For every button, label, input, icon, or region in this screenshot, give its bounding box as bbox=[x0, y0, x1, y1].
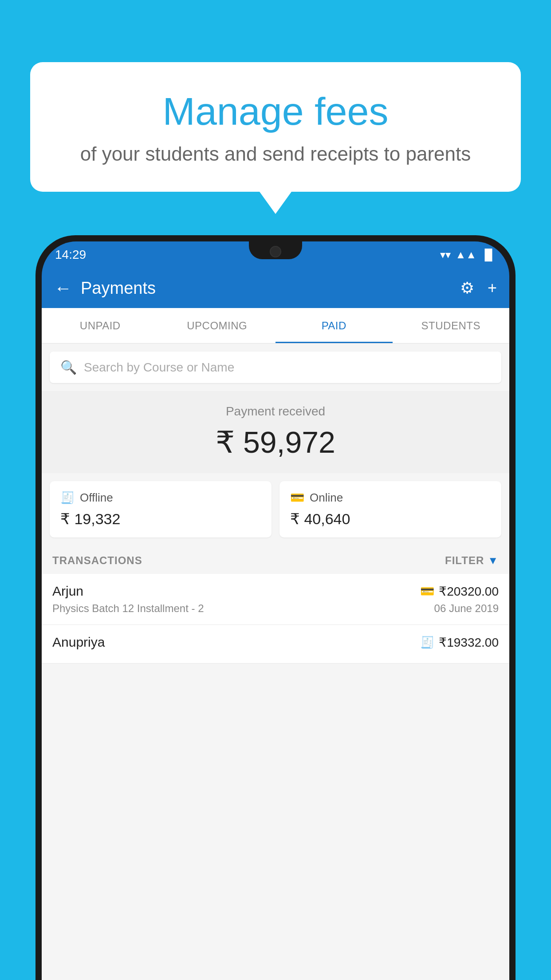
offline-card-header: 🧾 Offline bbox=[60, 491, 261, 505]
online-amount: ₹ 40,640 bbox=[290, 510, 491, 528]
wifi-icon: ▾▾ bbox=[440, 249, 451, 261]
tab-students[interactable]: STUDENTS bbox=[393, 308, 510, 343]
transaction-description: Physics Batch 12 Installment - 2 bbox=[52, 602, 204, 615]
payment-total-amount: ₹ 59,972 bbox=[42, 425, 509, 460]
transactions-header: TRANSACTIONS FILTER ▼ bbox=[42, 545, 509, 574]
offline-label: Offline bbox=[80, 491, 113, 505]
tab-unpaid[interactable]: UNPAID bbox=[42, 308, 159, 343]
payment-type-icon: 💳 bbox=[420, 585, 434, 598]
tab-paid[interactable]: PAID bbox=[276, 308, 393, 343]
battery-icon: ▐▌ bbox=[481, 249, 496, 261]
transaction-amount-wrap: 💳 ₹20320.00 bbox=[420, 584, 499, 599]
transaction-row-1: Anupriya 🧾 ₹19332.00 bbox=[52, 635, 499, 650]
speech-bubble-title: Manage fees bbox=[66, 89, 485, 134]
offline-icon: 🧾 bbox=[60, 491, 75, 505]
payment-type-icon: 🧾 bbox=[420, 636, 434, 649]
add-button[interactable]: + bbox=[488, 279, 497, 297]
filter-button[interactable]: FILTER ▼ bbox=[445, 554, 499, 567]
speech-bubble-container: Manage fees of your students and send re… bbox=[30, 62, 521, 214]
offline-payment-card: 🧾 Offline ₹ 19,332 bbox=[50, 481, 272, 537]
transaction-amount: ₹20320.00 bbox=[439, 584, 499, 599]
search-bar[interactable]: 🔍 Search by Course or Name bbox=[50, 352, 501, 383]
transaction-name: Arjun bbox=[52, 584, 83, 599]
payment-received-label: Payment received bbox=[42, 404, 509, 419]
notch bbox=[249, 241, 302, 259]
transaction-date: 06 June 2019 bbox=[434, 602, 499, 615]
camera bbox=[270, 246, 281, 257]
online-icon: 💳 bbox=[290, 491, 304, 505]
transaction-item[interactable]: Arjun 💳 ₹20320.00 Physics Batch 12 Insta… bbox=[42, 574, 509, 625]
phone-screen: UNPAID UPCOMING PAID STUDENTS 🔍 Search b… bbox=[42, 308, 509, 980]
signal-icon: ▲▲ bbox=[455, 249, 476, 261]
phone-frame: 14:29 ▾▾ ▲▲ ▐▌ ← Payments ⚙ + UNPAID bbox=[35, 235, 516, 980]
speech-bubble: Manage fees of your students and send re… bbox=[30, 62, 521, 192]
offline-amount: ₹ 19,332 bbox=[60, 510, 261, 528]
online-card-header: 💳 Online bbox=[290, 491, 491, 505]
transaction-row-2: Physics Batch 12 Installment - 2 06 June… bbox=[52, 602, 499, 615]
payment-cards: 🧾 Offline ₹ 19,332 💳 Online ₹ 40,640 bbox=[50, 481, 501, 537]
status-icons: ▾▾ ▲▲ ▐▌ bbox=[440, 249, 496, 261]
transaction-row-1: Arjun 💳 ₹20320.00 bbox=[52, 584, 499, 599]
filter-icon: ▼ bbox=[488, 554, 499, 567]
transaction-item[interactable]: Anupriya 🧾 ₹19332.00 bbox=[42, 625, 509, 664]
status-time: 14:29 bbox=[55, 248, 86, 262]
speech-bubble-tail bbox=[260, 192, 291, 214]
payment-summary: Payment received ₹ 59,972 bbox=[42, 391, 509, 473]
transactions-label: TRANSACTIONS bbox=[52, 554, 142, 567]
tab-bar: UNPAID UPCOMING PAID STUDENTS bbox=[42, 308, 509, 344]
transaction-name: Anupriya bbox=[52, 635, 105, 650]
speech-bubble-subtitle: of your students and send receipts to pa… bbox=[66, 143, 485, 165]
phone-inner: 14:29 ▾▾ ▲▲ ▐▌ ← Payments ⚙ + UNPAID bbox=[42, 241, 509, 980]
header-actions: ⚙ + bbox=[460, 279, 497, 297]
tab-upcoming[interactable]: UPCOMING bbox=[159, 308, 276, 343]
online-payment-card: 💳 Online ₹ 40,640 bbox=[279, 481, 501, 537]
app-header: ← Payments ⚙ + bbox=[42, 268, 509, 308]
search-input[interactable]: Search by Course or Name bbox=[84, 360, 234, 375]
online-label: Online bbox=[310, 491, 343, 505]
filter-label: FILTER bbox=[445, 554, 484, 567]
transaction-amount: ₹19332.00 bbox=[439, 635, 499, 650]
back-button[interactable]: ← bbox=[54, 278, 72, 298]
search-icon: 🔍 bbox=[60, 360, 77, 375]
settings-icon[interactable]: ⚙ bbox=[460, 279, 474, 297]
page-title: Payments bbox=[81, 279, 460, 298]
transaction-amount-wrap: 🧾 ₹19332.00 bbox=[420, 635, 499, 650]
